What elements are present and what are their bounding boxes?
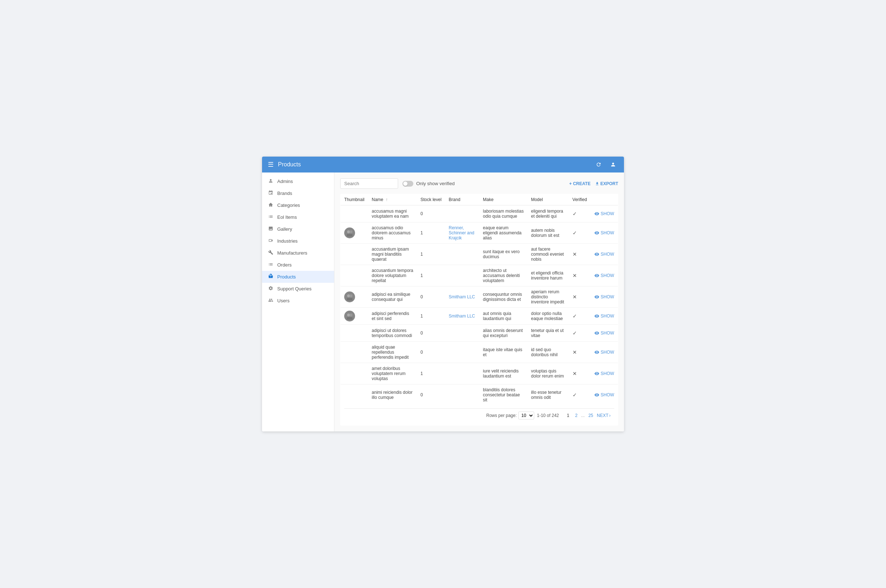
cell-make: eaque earum eligendi assumenda alias xyxy=(479,222,527,244)
sidebar-item-products[interactable]: Products xyxy=(262,271,334,283)
cell-name: aliquid quae repellendus perferendis imp… xyxy=(368,342,417,363)
show-button[interactable]: SHOW xyxy=(594,230,614,236)
next-chevron-icon: › xyxy=(609,413,611,418)
sidebar: Admins Brands Categories Eol Items xyxy=(262,172,334,431)
sidebar-label-brands: Brands xyxy=(277,190,292,196)
cell-brand[interactable]: Renner, Schinner and Krajcik xyxy=(445,222,479,244)
eye-icon xyxy=(594,392,599,398)
col-name[interactable]: Name ↑ xyxy=(368,194,417,206)
gallery-icon xyxy=(268,226,274,232)
col-make: Make xyxy=(479,194,527,206)
show-button[interactable]: SHOW xyxy=(594,330,614,336)
thumbnail-placeholder xyxy=(344,390,355,400)
search-input[interactable] xyxy=(340,178,398,189)
cell-show[interactable]: SHOW xyxy=(591,206,618,222)
users-icon xyxy=(268,298,274,304)
cell-brand[interactable]: Smitham LLC xyxy=(445,308,479,325)
sidebar-item-manufacturers[interactable]: Manufacturers xyxy=(262,247,334,259)
next-button[interactable]: NEXT › xyxy=(597,413,611,418)
col-stock-level: Stock level xyxy=(417,194,445,206)
sidebar-item-categories[interactable]: Categories xyxy=(262,199,334,211)
cell-show[interactable]: SHOW xyxy=(591,286,618,308)
page-1[interactable]: 1 xyxy=(565,412,572,419)
cell-show[interactable]: SHOW xyxy=(591,384,618,406)
rows-per-page-select[interactable]: 10 25 50 xyxy=(518,411,534,420)
col-model: Model xyxy=(527,194,569,206)
cell-thumbnail xyxy=(341,244,369,265)
cell-show[interactable]: SHOW xyxy=(591,222,618,244)
show-button[interactable]: SHOW xyxy=(594,350,614,355)
table-row: amet doloribus voluptatem rerum voluptas… xyxy=(341,363,618,384)
sidebar-item-brands[interactable]: Brands xyxy=(262,188,334,199)
refresh-icon[interactable] xyxy=(594,159,604,170)
cell-verified: ✕ xyxy=(569,286,591,308)
col-thumbnail: Thumbnail xyxy=(341,194,369,206)
cell-name: amet doloribus voluptatem rerum voluptas xyxy=(368,363,417,384)
cell-name: accusantium ipsam magni blanditiis quaer… xyxy=(368,244,417,265)
products-table: Thumbnail Name ↑ Stock level Brand Make … xyxy=(340,194,618,426)
table-body: accusamus magni voluptatem ea nam0labori… xyxy=(341,206,618,406)
create-button[interactable]: + CREATE xyxy=(569,181,591,186)
sidebar-item-orders[interactable]: Orders xyxy=(262,259,334,271)
pagination-rows: Rows per page: 10 25 50 xyxy=(486,411,534,420)
sidebar-label-orders: Orders xyxy=(277,262,292,268)
sidebar-item-gallery[interactable]: Gallery xyxy=(262,223,334,235)
cell-stock-level: 1 xyxy=(417,308,445,325)
show-button[interactable]: SHOW xyxy=(594,211,614,216)
show-button[interactable]: SHOW xyxy=(594,252,614,257)
cell-verified: ✓ xyxy=(569,384,591,406)
cell-model: eligendi tempora et deleniti qui xyxy=(527,206,569,222)
cell-show[interactable]: SHOW xyxy=(591,342,618,363)
show-button[interactable]: SHOW xyxy=(594,273,614,278)
sidebar-label-products: Products xyxy=(277,274,296,279)
cell-stock-level: 1 xyxy=(417,222,445,244)
cell-model: aut facere commodi eveniet nobis xyxy=(527,244,569,265)
thumbnail-placeholder xyxy=(344,208,355,219)
svg-rect-3 xyxy=(347,234,352,237)
menu-icon[interactable]: ☰ xyxy=(268,160,274,168)
brand-link[interactable]: Smitham LLC xyxy=(449,294,475,299)
show-button[interactable]: SHOW xyxy=(594,371,614,376)
cell-show[interactable]: SHOW xyxy=(591,325,618,342)
brands-icon xyxy=(268,190,274,196)
cell-show[interactable]: SHOW xyxy=(591,363,618,384)
thumbnail-placeholder xyxy=(344,270,355,281)
cell-thumbnail xyxy=(341,363,369,384)
sidebar-item-industries[interactable]: Industries xyxy=(262,235,334,247)
export-button[interactable]: EXPORT xyxy=(595,181,618,186)
toggle-knob xyxy=(403,182,408,186)
support-queries-icon xyxy=(268,286,274,292)
table-row: accusamus magni voluptatem ea nam0labori… xyxy=(341,206,618,222)
table-row: accusantium tempora dolore voluptatum re… xyxy=(341,265,618,286)
cell-thumbnail xyxy=(341,342,369,363)
cell-make: blanditiis dolores consectetur beatae si… xyxy=(479,384,527,406)
show-button[interactable]: SHOW xyxy=(594,314,614,319)
sidebar-item-eol-items[interactable]: Eol Items xyxy=(262,211,334,223)
app-container: ☰ Products Admins xyxy=(262,157,624,431)
cell-show[interactable]: SHOW xyxy=(591,244,618,265)
svg-point-1 xyxy=(347,230,350,233)
sidebar-item-users[interactable]: Users xyxy=(262,295,334,307)
thumbnail-placeholder xyxy=(344,249,355,260)
cell-model: tenetur quia et ut vitae xyxy=(527,325,569,342)
brand-link[interactable]: Renner, Schinner and Krajcik xyxy=(449,225,474,240)
cell-make: alias omnis deserunt qui excepturi xyxy=(479,325,527,342)
cell-show[interactable]: SHOW xyxy=(591,308,618,325)
cell-show[interactable]: SHOW xyxy=(591,265,618,286)
cell-model: dolor optio nulla eaque molestiae xyxy=(527,308,569,325)
cell-model: et eligendi officia inventore harum xyxy=(527,265,569,286)
sidebar-item-support-queries[interactable]: Support Queries xyxy=(262,283,334,295)
show-button[interactable]: SHOW xyxy=(594,392,614,398)
table-header-row: Thumbnail Name ↑ Stock level Brand Make … xyxy=(341,194,618,206)
page-2[interactable]: 2 xyxy=(573,412,580,419)
sidebar-item-admins[interactable]: Admins xyxy=(262,176,334,188)
show-button[interactable]: SHOW xyxy=(594,294,614,299)
cell-stock-level: 1 xyxy=(417,363,445,384)
account-icon[interactable] xyxy=(608,159,618,170)
cell-brand[interactable]: Smitham LLC xyxy=(445,286,479,308)
main-layout: Admins Brands Categories Eol Items xyxy=(262,172,624,431)
cell-brand xyxy=(445,206,479,222)
page-25[interactable]: 25 xyxy=(586,412,596,419)
brand-link[interactable]: Smitham LLC xyxy=(449,314,475,319)
verified-toggle[interactable] xyxy=(402,181,413,187)
